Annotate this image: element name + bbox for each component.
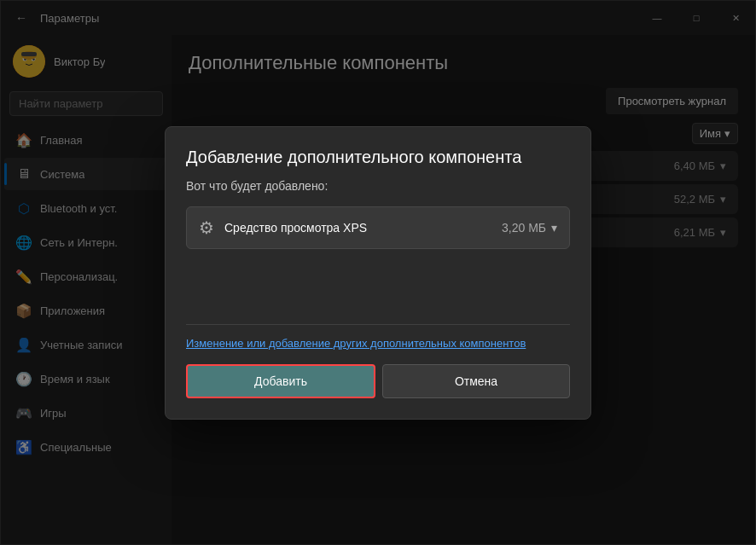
add-component-dialog: Добавление дополнительного компонента Во… bbox=[165, 126, 591, 420]
component-gear-icon: ⚙ bbox=[199, 217, 214, 238]
add-button[interactable]: Добавить bbox=[186, 364, 375, 398]
dialog-actions: Добавить Отмена bbox=[186, 364, 570, 398]
overlay: Добавление дополнительного компонента Во… bbox=[0, 0, 756, 545]
dialog-title: Добавление дополнительного компонента bbox=[186, 148, 570, 167]
dialog-subtitle: Вот что будет добавлено: bbox=[186, 179, 570, 193]
dialog-link[interactable]: Изменение или добавление других дополнит… bbox=[186, 337, 526, 350]
chevron-down-icon: ▾ bbox=[551, 221, 557, 235]
dialog-spacer bbox=[186, 256, 570, 324]
dialog-item-size[interactable]: 3,20 МБ ▾ bbox=[502, 221, 557, 235]
cancel-button[interactable]: Отмена bbox=[382, 364, 570, 398]
dialog-size-value: 3,20 МБ bbox=[502, 221, 546, 235]
dialog-link-row: Изменение или добавление других дополнит… bbox=[186, 324, 570, 351]
dialog-item: ⚙ Средство просмотра XPS 3,20 МБ ▾ bbox=[186, 206, 570, 249]
dialog-item-name: Средство просмотра XPS bbox=[224, 221, 491, 235]
